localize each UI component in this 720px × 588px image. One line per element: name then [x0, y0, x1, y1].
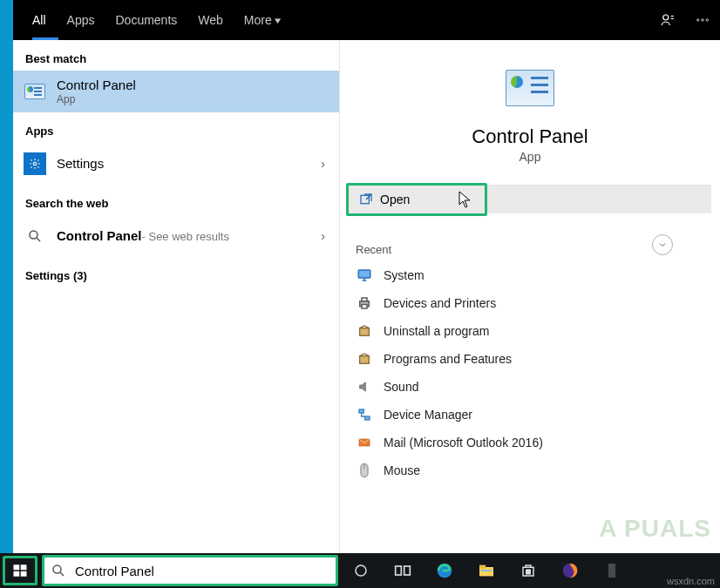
accent-stripe: [0, 0, 13, 588]
preview-title: Control Panel: [472, 125, 588, 148]
section-settings-count: Settings (3): [13, 257, 339, 287]
result-settings-title: Settings: [57, 156, 321, 172]
chevron-right-icon: ›: [321, 157, 329, 171]
result-settings[interactable]: Settings ›: [13, 143, 339, 185]
recent-mouse[interactable]: Mouse: [347, 456, 713, 484]
svg-point-4: [33, 162, 37, 166]
tab-web-label: Web: [198, 13, 223, 27]
tab-more[interactable]: More ▾: [234, 0, 291, 40]
recent-programs-label: Programs and Features: [384, 352, 512, 366]
svg-point-1: [697, 19, 699, 21]
more-options-icon[interactable]: [685, 0, 720, 40]
recent-list: System Devices and Printers Uninstall a …: [340, 261, 720, 484]
recent-mouse-label: Mouse: [384, 463, 420, 477]
recent-mail-label: Mail (Microsoft Outlook 2016): [384, 436, 543, 449]
result-web-suffix: - See web results: [142, 230, 229, 243]
box-icon: [356, 322, 373, 340]
svg-rect-12: [360, 356, 370, 364]
taskbar-search[interactable]: [44, 557, 336, 585]
tab-apps-label: Apps: [67, 13, 95, 27]
start-button[interactable]: [0, 553, 40, 588]
feedback-icon[interactable]: [650, 0, 685, 40]
tab-documents[interactable]: Documents: [105, 0, 187, 40]
svg-rect-19: [21, 564, 27, 570]
svg-rect-13: [359, 409, 363, 413]
tab-all-label: All: [32, 13, 46, 27]
cortana-icon[interactable]: [340, 553, 382, 588]
recent-mail[interactable]: Mail (Microsoft Outlook 2016): [347, 429, 713, 456]
svg-rect-11: [360, 328, 370, 336]
tab-documents-label: Documents: [115, 13, 177, 27]
svg-rect-6: [361, 195, 369, 203]
edge-icon[interactable]: [424, 553, 465, 588]
control-panel-icon: [24, 80, 46, 103]
results-list: Best match Control Panel App Apps Settin…: [13, 40, 340, 588]
control-panel-icon-large: [506, 70, 554, 106]
open-label: Open: [380, 193, 410, 206]
result-cp-sub: App: [57, 93, 329, 105]
svg-rect-32: [528, 570, 530, 571]
chevron-down-icon: ▾: [275, 15, 282, 26]
tab-more-label: More: [244, 13, 272, 27]
search-filter-tabs: All Apps Documents Web More ▾: [13, 0, 720, 40]
recent-sound[interactable]: Sound: [347, 373, 713, 401]
source-credit: wsxdn.com: [667, 576, 715, 586]
open-window-icon: [359, 193, 373, 206]
settings-icon: [24, 152, 46, 175]
result-cp-title: Control Panel: [57, 78, 329, 93]
speaker-icon: [356, 378, 373, 395]
mail-icon: [356, 434, 373, 451]
app-icon[interactable]: [591, 553, 633, 588]
search-icon: [24, 225, 46, 247]
tab-apps[interactable]: Apps: [57, 0, 105, 40]
svg-rect-36: [608, 564, 615, 578]
section-search-web: Search the web: [13, 185, 339, 215]
svg-rect-33: [526, 572, 528, 574]
device-tree-icon: [356, 406, 373, 423]
recent-devices-printers[interactable]: Devices and Printers: [347, 289, 713, 317]
svg-point-3: [706, 19, 708, 21]
result-web-control-panel[interactable]: Control Panel - See web results ›: [13, 215, 339, 257]
recent-uninstall-label: Uninstall a program: [384, 324, 489, 338]
task-view-icon[interactable]: [382, 553, 424, 588]
svg-rect-21: [21, 571, 27, 577]
recent-programs-features[interactable]: Programs and Features: [347, 345, 713, 373]
file-explorer-icon[interactable]: [465, 553, 507, 588]
recent-system[interactable]: System: [347, 261, 713, 289]
svg-rect-10: [362, 305, 367, 309]
section-best-match: Best match: [13, 40, 339, 71]
open-button[interactable]: Open: [349, 186, 711, 213]
svg-rect-34: [528, 572, 530, 574]
svg-rect-31: [526, 570, 528, 571]
svg-rect-18: [14, 564, 20, 570]
recent-sound-label: Sound: [384, 380, 418, 394]
taskbar-search-input[interactable]: [73, 557, 336, 585]
monitor-icon: [356, 267, 373, 284]
firefox-icon[interactable]: [549, 553, 591, 588]
svg-rect-9: [362, 298, 367, 301]
svg-rect-28: [479, 565, 486, 569]
recent-devmgr-label: Device Manager: [384, 408, 472, 422]
mouse-icon: [356, 462, 373, 479]
printer-icon: [356, 294, 373, 312]
box-icon: [356, 350, 373, 368]
svg-rect-29: [481, 570, 492, 571]
svg-point-0: [663, 15, 669, 20]
tab-web[interactable]: Web: [187, 0, 234, 40]
tab-all[interactable]: All: [22, 0, 57, 40]
watermark: A PUALS: [599, 515, 711, 543]
svg-rect-7: [358, 270, 370, 278]
recent-system-label: System: [384, 268, 425, 282]
svg-point-23: [356, 565, 366, 576]
result-control-panel[interactable]: Control Panel App: [13, 71, 339, 112]
recent-uninstall[interactable]: Uninstall a program: [347, 317, 713, 345]
recent-device-manager[interactable]: Device Manager: [347, 401, 713, 429]
expand-toggle[interactable]: [652, 234, 673, 255]
search-icon: [51, 563, 66, 578]
recent-devices-label: Devices and Printers: [384, 296, 496, 310]
svg-rect-14: [365, 416, 370, 420]
svg-rect-25: [404, 566, 411, 575]
result-preview-pane: Control Panel App Open: [340, 40, 720, 588]
microsoft-store-icon[interactable]: [507, 553, 549, 588]
svg-rect-20: [14, 571, 20, 577]
